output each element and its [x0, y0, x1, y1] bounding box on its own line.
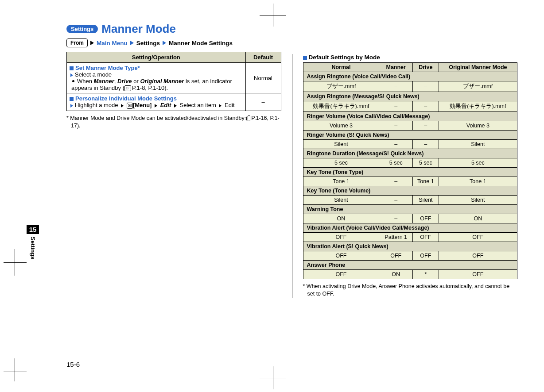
- mode-value: ON: [439, 214, 517, 223]
- page-ref-icon: ☞: [124, 85, 131, 91]
- mode-header: Normal: [303, 63, 379, 72]
- group-label: Assign Ringtone (Voice Call/Video Call): [303, 72, 517, 81]
- group-label: Ringtone Duration (Message/S! Quick News…: [303, 149, 517, 158]
- menu-label: [Menu]: [133, 102, 152, 108]
- mode-value: ON: [379, 270, 412, 279]
- setting-step: Select a mode: [75, 71, 112, 78]
- footnote-right: * When activating Drive Mode, Answer Pho…: [303, 283, 518, 298]
- group-label: Ringer Volume (Voice Call/Video Call/Mes…: [303, 112, 517, 121]
- mode-value: –: [379, 177, 412, 186]
- setting-cell: Set Manner Mode Type* Select a mode When…: [67, 63, 246, 93]
- mode-value: Pattern 1: [379, 233, 412, 242]
- mode-value: 効果音(キラキラ).mmf: [439, 101, 517, 112]
- section-heading: Default Settings by Mode: [303, 54, 518, 61]
- mode-value: –: [412, 101, 439, 112]
- setting-note-text: ,: [114, 78, 117, 85]
- cropmark: [4, 372, 27, 372]
- setting-step: Edit: [225, 102, 234, 108]
- chevron-right-icon: [130, 41, 134, 45]
- chevron-right-icon: [70, 104, 73, 108]
- mode-value: Tone 1: [439, 177, 517, 186]
- mode-value: *: [412, 270, 439, 279]
- breadcrumb: From Main Menu Settings Manner Mode Sett…: [66, 38, 281, 47]
- arrow-right-icon: [219, 104, 221, 108]
- mode-value: OFF: [412, 214, 439, 223]
- breadcrumb-item: Main Menu: [97, 40, 128, 46]
- group-label: Ringer Volume (S! Quick News): [303, 131, 517, 140]
- mode-value: Tone 1: [303, 177, 379, 186]
- group-label: Vibration Alert (Voice Call/Video Call/M…: [303, 223, 517, 233]
- mode-header: Manner: [379, 63, 412, 72]
- setting-note-text: ).: [164, 85, 168, 91]
- mode-value: Silent: [439, 196, 517, 205]
- mode-value: OFF: [439, 251, 517, 261]
- mode-value: ブザー.mmf: [303, 81, 379, 92]
- setting-title: Personalize Individual Mode Settings: [75, 95, 177, 102]
- mode-value: Silent: [439, 140, 517, 149]
- mode-value: 5 sec: [439, 158, 517, 168]
- mode-value: Silent: [412, 196, 439, 205]
- arrow-right-icon: [121, 104, 124, 108]
- setting-note-em: Original Manner: [140, 78, 184, 85]
- cropmark: [15, 249, 15, 276]
- cropmark: [4, 262, 27, 263]
- mode-value: OFF: [303, 251, 379, 261]
- mode-value: ON: [303, 214, 379, 223]
- arrow-right-icon: [155, 104, 157, 108]
- mode-value: –: [379, 196, 412, 205]
- cropmark: [15, 358, 15, 381]
- left-column: Settings Manner Mode From Main Menu Sett…: [27, 22, 281, 298]
- setting-title: Set Manner Mode Type*: [75, 65, 140, 71]
- settings-table: Setting/Operation Default Set Manner Mod…: [66, 52, 281, 111]
- page-ref-icon: ☞: [248, 115, 250, 121]
- mode-value: OFF: [303, 270, 379, 279]
- group-label: Answer Phone: [303, 261, 517, 270]
- mode-value: 5 sec: [303, 158, 379, 168]
- modes-table: Normal Manner Drive Original Manner Mode…: [303, 62, 518, 279]
- setting-step: Highlight a mode: [75, 102, 118, 108]
- mode-value: OFF: [303, 233, 379, 242]
- column-divider: [292, 54, 292, 298]
- mode-header: Original Manner Mode: [439, 63, 517, 72]
- mode-value: 効果音(キラキラ).mmf: [303, 101, 379, 112]
- mail-icon: ✉: [127, 103, 133, 109]
- mode-value: –: [379, 140, 412, 149]
- mode-value: –: [412, 81, 439, 92]
- setting-note-em: Manner: [94, 78, 114, 85]
- default-cell: Normal: [245, 63, 281, 93]
- footnote-text: ).: [77, 123, 81, 129]
- mode-value: –: [379, 81, 412, 92]
- setting-note-em: Drive: [117, 78, 132, 85]
- square-icon: [70, 97, 74, 101]
- edit-label: Edit: [160, 102, 171, 108]
- group-label: Key Tone (Tone Volume): [303, 186, 517, 196]
- mode-value: OFF: [439, 270, 517, 279]
- mode-value: OFF: [439, 233, 517, 242]
- setting-step: Select an item: [179, 102, 216, 108]
- group-label: Warning Tone: [303, 205, 517, 214]
- col-header: Setting/Operation: [67, 52, 246, 63]
- mode-value: Tone 1: [412, 177, 439, 186]
- chevron-right-icon: [70, 73, 73, 77]
- mode-value: OFF: [379, 251, 412, 261]
- mode-value: –: [412, 121, 439, 131]
- mode-value: ブザー.mmf: [439, 81, 517, 92]
- section-heading-text: Default Settings by Mode: [309, 54, 380, 61]
- mode-value: Volume 3: [303, 121, 379, 131]
- arrow-right-icon: [174, 104, 177, 108]
- setting-note-text: or: [132, 78, 140, 85]
- bullet-icon: [72, 80, 74, 82]
- chevron-right-icon: [90, 41, 94, 45]
- setting-note-text: When: [77, 78, 94, 85]
- mode-value: 5 sec: [412, 158, 439, 168]
- breadcrumb-item: Manner Mode Settings: [169, 40, 233, 46]
- mode-value: Silent: [303, 196, 379, 205]
- settings-badge: Settings: [66, 25, 98, 33]
- breadcrumb-item: Settings: [136, 40, 160, 46]
- mode-value: –: [379, 101, 412, 112]
- square-icon: [303, 56, 307, 60]
- group-label: Assign Ringtone (Message/S! Quick News): [303, 92, 517, 101]
- page-title: Manner Mode: [101, 22, 176, 36]
- group-label: Vibration Alert (S! Quick News): [303, 242, 517, 251]
- mode-value: Silent: [303, 140, 379, 149]
